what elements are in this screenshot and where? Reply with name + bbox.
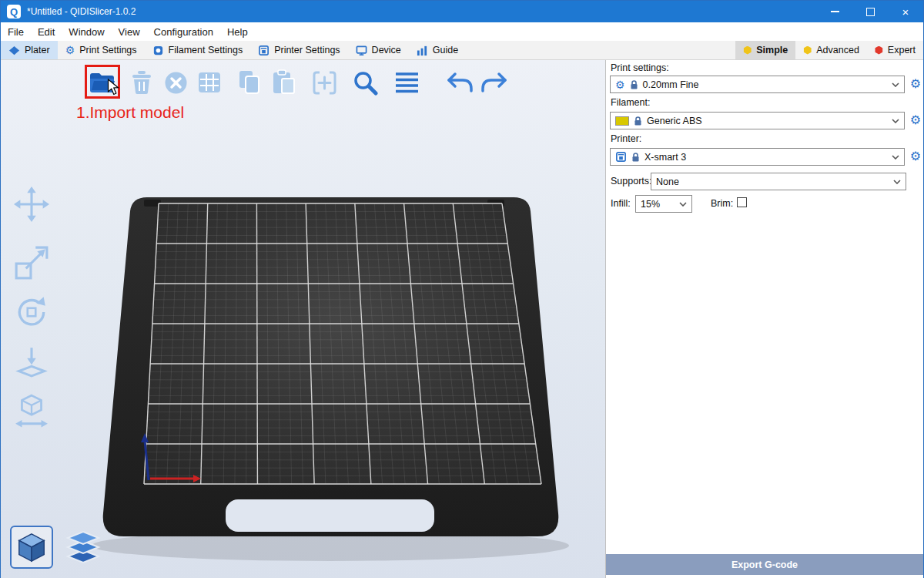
bed-handle-cutout <box>226 499 434 532</box>
titlebar: Q *Untitled - QIDISlicer-1.0.2 × <box>1 1 923 22</box>
3d-viewport[interactable]: 1.Import model <box>1 60 605 578</box>
3d-editor-view-button[interactable] <box>10 526 53 569</box>
export-gcode-button[interactable]: Export G-code <box>606 554 923 575</box>
delete-all-button[interactable] <box>160 68 191 97</box>
printer-combo[interactable]: X-smart 3 <box>610 148 905 166</box>
printer-icon <box>258 45 270 56</box>
layers-preview-button[interactable] <box>64 529 102 567</box>
chevron-down-icon <box>892 119 899 123</box>
arrange-button[interactable] <box>194 68 225 97</box>
delete-icon <box>129 70 153 96</box>
device-monitor-icon <box>356 45 367 56</box>
redo-icon <box>480 72 508 93</box>
place-on-face-button[interactable] <box>13 343 50 380</box>
menu-configuration[interactable]: Configuration <box>147 22 220 41</box>
tab-filament-settings[interactable]: Filament Settings <box>145 41 251 59</box>
printer-gear-button[interactable]: ⚙ <box>908 149 923 164</box>
undo-button[interactable] <box>444 68 475 97</box>
supports-combo[interactable]: None <box>651 173 906 190</box>
tab-guide[interactable]: Guide <box>409 41 466 59</box>
advanced-mode-dot-icon <box>803 46 812 55</box>
mode-simple-label: Simple <box>756 45 788 55</box>
print-settings-gear-button[interactable]: ⚙ <box>908 76 923 92</box>
mode-advanced-label: Advanced <box>816 45 859 55</box>
tabbar: Plater ⚙ Print Settings Filament Setting… <box>1 41 923 60</box>
close-icon: × <box>902 6 909 18</box>
mode-advanced[interactable]: Advanced <box>795 41 867 59</box>
menu-view[interactable]: View <box>112 22 147 41</box>
filament-label: Filament: <box>611 97 650 108</box>
mode-expert-label: Expert <box>888 45 916 55</box>
minimize-button[interactable] <box>817 1 852 22</box>
supports-value: None <box>656 176 679 187</box>
mode-switcher: Simple Advanced Expert <box>735 41 923 59</box>
chevron-down-icon <box>892 155 899 160</box>
delete-all-icon <box>164 71 188 95</box>
infill-combo[interactable]: 15% <box>635 195 692 213</box>
expert-mode-dot-icon <box>875 46 883 55</box>
menu-edit[interactable]: Edit <box>31 22 62 41</box>
brim-checkbox[interactable] <box>737 197 747 207</box>
maximize-button[interactable] <box>852 1 888 22</box>
menu-window[interactable]: Window <box>62 22 111 41</box>
paste-button[interactable] <box>269 68 300 97</box>
window-title: *Untitled - QIDISlicer-1.0.2 <box>27 6 136 17</box>
menu-file[interactable]: File <box>1 22 31 41</box>
print-settings-label: Print settings: <box>611 62 669 73</box>
menu-help[interactable]: Help <box>220 22 255 41</box>
mode-simple[interactable]: Simple <box>735 41 795 59</box>
redo-button[interactable] <box>479 68 510 97</box>
filament-gear-button[interactable]: ⚙ <box>908 113 923 128</box>
print-settings-combo[interactable]: ⚙ 0.20mm Fine <box>610 76 905 93</box>
delete-button[interactable] <box>126 68 156 97</box>
chevron-down-icon <box>679 202 687 207</box>
close-button[interactable]: × <box>888 1 923 22</box>
variable-layer-height-button[interactable] <box>391 68 422 97</box>
3d-view-cube-icon <box>15 531 48 563</box>
split-objects-button[interactable] <box>309 68 340 97</box>
tab-print-settings-label: Print Settings <box>79 45 136 55</box>
copy-button[interactable] <box>234 68 265 97</box>
top-toolbar <box>87 67 510 98</box>
supports-label: Supports: <box>611 176 652 187</box>
search-icon <box>353 70 378 96</box>
app-logo-icon: Q <box>7 5 21 18</box>
tab-printer-settings[interactable]: Printer Settings <box>250 41 347 59</box>
scale-icon <box>14 245 49 281</box>
chevron-down-icon <box>892 82 899 87</box>
tab-guide-label: Guide <box>433 45 458 55</box>
move-icon <box>14 187 49 222</box>
filament-combo[interactable]: Generic ABS <box>610 112 905 129</box>
lock-icon <box>634 116 642 126</box>
mode-expert[interactable]: Expert <box>867 41 923 59</box>
measure-button[interactable] <box>13 392 50 429</box>
print-settings-value: 0.20mm Fine <box>643 79 699 90</box>
measure-icon <box>14 393 49 428</box>
menubar: File Edit Window View Configuration Help <box>1 22 923 41</box>
search-button[interactable] <box>350 68 380 97</box>
gear-icon: ⚙ <box>615 79 625 90</box>
rotate-button[interactable] <box>13 294 50 331</box>
tab-device[interactable]: Device <box>348 41 409 59</box>
place-on-face-icon <box>14 344 49 379</box>
paste-icon <box>272 69 296 96</box>
filament-color-swatch <box>615 116 629 126</box>
mouse-cursor <box>107 79 120 99</box>
printer-value: X-smart 3 <box>644 152 686 163</box>
chevron-down-icon <box>893 180 901 184</box>
gear-icon: ⚙ <box>65 45 75 55</box>
brim-label: Brim: <box>711 198 733 209</box>
tab-plater-label: Plater <box>25 45 50 55</box>
move-button[interactable] <box>13 186 50 223</box>
gizmo-toolbar <box>10 186 53 429</box>
rotate-icon <box>14 294 49 330</box>
minimize-icon <box>831 11 839 12</box>
tab-print-settings[interactable]: ⚙ Print Settings <box>58 41 145 59</box>
printer-label: Printer: <box>611 133 641 144</box>
filament-icon <box>152 45 164 56</box>
tab-filament-settings-label: Filament Settings <box>169 45 243 55</box>
infill-value: 15% <box>641 199 660 210</box>
tab-plater[interactable]: Plater <box>1 41 58 59</box>
scale-button[interactable] <box>13 244 50 281</box>
tutorial-annotation: 1.Import model <box>76 103 184 122</box>
